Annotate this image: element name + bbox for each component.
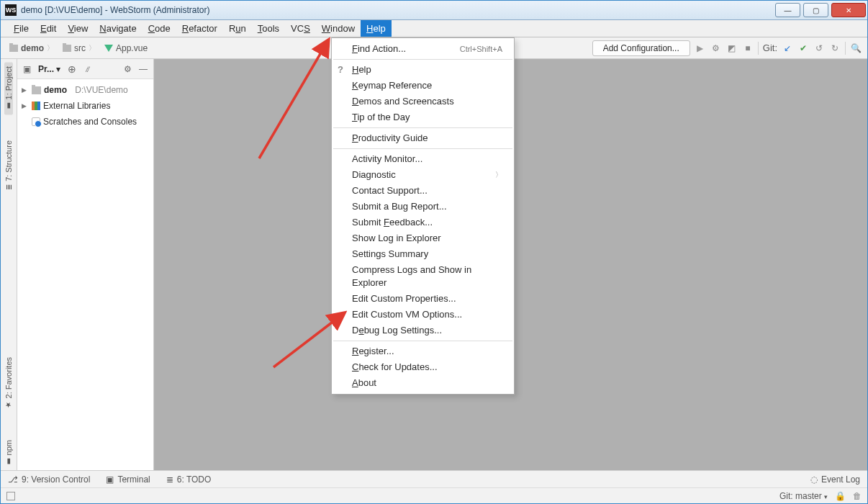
hide-button[interactable]: — (139, 64, 148, 74)
menu-run[interactable]: Run (223, 20, 252, 37)
folder-icon (63, 45, 71, 52)
question-icon: ? (338, 63, 343, 76)
panel-title[interactable]: Pr... ▾ (38, 64, 60, 74)
branch-icon: ⎇ (8, 474, 18, 485)
tree-root[interactable]: ▶ demo D:\VUE\demo (19, 82, 152, 98)
menu-activity-monitor[interactable]: Activity Monitor... (332, 151, 514, 167)
folder-icon (9, 45, 18, 52)
libraries-icon (32, 102, 40, 110)
chevron-right-icon: 〉 (495, 168, 502, 181)
menu-about[interactable]: About (332, 375, 514, 391)
menu-refactor[interactable]: Refactor (176, 20, 223, 37)
menu-tip-of-the-day[interactable]: Tip of the Day (332, 109, 514, 125)
menu-find-action[interactable]: Find Action... Ctrl+Shift+A (332, 41, 514, 57)
git-label: Git: (763, 42, 777, 53)
app-logo: WS (5, 4, 17, 16)
menu-help[interactable]: Help (361, 20, 392, 37)
status-git-branch[interactable]: Git: master ▾ (779, 491, 828, 501)
vue-file-icon (104, 45, 113, 52)
tool-tab-terminal[interactable]: ▣ Terminal (106, 474, 150, 485)
menu-file[interactable]: File (8, 20, 35, 37)
project-tree: ▶ demo D:\VUE\demo ▶ External Libraries … (17, 79, 153, 132)
menu-check-updates[interactable]: Check for Updates... (332, 359, 514, 375)
separator (333, 341, 512, 341)
separator (333, 127, 512, 128)
tool-tab-todo[interactable]: ≣ 6: TODO (166, 474, 212, 485)
run-button[interactable]: ▶ (695, 42, 706, 54)
star-icon: ★ (5, 402, 13, 410)
menu-submit-bug[interactable]: Submit a Bug Report... (332, 199, 514, 215)
tool-tab-structure[interactable]: ≣ 7: Structure (4, 136, 13, 194)
terminal-icon: ▣ (106, 474, 114, 485)
folder-icon: ▣ (23, 64, 31, 74)
git-history-button[interactable]: ↺ (813, 42, 825, 54)
run-coverage-button[interactable]: ◩ (726, 42, 738, 54)
menu-edit-custom-vm-options[interactable]: Edit Custom VM Options... (332, 307, 514, 323)
help-dropdown: Find Action... Ctrl+Shift+A ? Help Keyma… (331, 37, 515, 395)
menu-diagnostic[interactable]: Diagnostic〉 (332, 167, 514, 183)
maximize-button[interactable]: ▢ (803, 3, 828, 17)
app-window: WS demo [D:\VUE\demo] - WebStorm (Admini… (0, 0, 868, 504)
trash-icon[interactable]: 🗑 (853, 491, 862, 501)
stop-button[interactable]: ■ (742, 42, 754, 54)
menu-navigate[interactable]: Navigate (94, 20, 142, 37)
structure-icon: ≣ (5, 184, 13, 190)
separator (333, 59, 512, 60)
separator (333, 148, 512, 149)
tool-tab-version-control[interactable]: ⎇ 9: Version Control (8, 474, 90, 485)
menu-debug-log-settings[interactable]: Debug Log Settings... (332, 323, 514, 338)
scratches-icon (32, 117, 40, 126)
tool-tab-event-log[interactable]: ◌ Event Log (810, 474, 860, 485)
separator (758, 42, 759, 55)
menu-view[interactable]: View (62, 20, 94, 37)
menu-tools[interactable]: Tools (252, 20, 285, 37)
close-button[interactable]: ✕ (831, 3, 866, 17)
npm-icon: ▮ (5, 458, 13, 466)
menu-keymap-reference[interactable]: Keymap Reference (332, 78, 514, 94)
git-update-button[interactable]: ↙ (782, 42, 793, 54)
menu-vcs[interactable]: VCS (285, 20, 316, 37)
project-panel: ▣ Pr... ▾ — ▶ demo D:\VUE\demo ▶ E (17, 59, 154, 470)
menu-show-log[interactable]: Show Log in Explorer (332, 230, 514, 246)
menu-window[interactable]: Window (316, 20, 361, 37)
menu-submit-feedback[interactable]: Submit Feedback... (332, 215, 514, 230)
tree-scratches[interactable]: Scratches and Consoles (19, 114, 152, 130)
menu-edit-custom-properties[interactable]: Edit Custom Properties... (332, 291, 514, 307)
menubar: File Edit View Navigate Code Refactor Ru… (1, 20, 867, 37)
menu-code[interactable]: Code (143, 20, 176, 37)
breadcrumb-src[interactable]: src〉 (60, 42, 99, 55)
lock-icon[interactable]: 🔒 (835, 491, 846, 501)
menu-edit[interactable]: Edit (35, 20, 62, 37)
search-everywhere-button[interactable]: 🔍 (850, 42, 862, 54)
breadcrumb-appvue[interactable]: App.vue (101, 42, 150, 55)
folder-icon: ▮ (5, 102, 13, 110)
target-icon[interactable] (68, 63, 76, 75)
menu-productivity-guide[interactable]: Productivity Guide (332, 130, 514, 146)
tool-tab-project[interactable]: ▮ 1: Project (4, 62, 13, 114)
separator (845, 42, 846, 55)
tool-windows-toggle[interactable] (6, 492, 15, 500)
minimize-button[interactable]: — (775, 3, 800, 17)
menu-compress-logs[interactable]: Compress Logs and Show in Explorer (332, 262, 514, 291)
menu-settings-summary[interactable]: Settings Summary (332, 246, 514, 262)
tool-tab-favorites[interactable]: ★ 2: Favorites (4, 353, 13, 413)
add-configuration-button[interactable]: Add Configuration... (592, 40, 690, 56)
menu-contact-support[interactable]: Contact Support... (332, 183, 514, 199)
list-icon: ≣ (166, 474, 173, 485)
expand-icon[interactable] (83, 64, 92, 74)
debug-button[interactable]: ⚙ (710, 42, 722, 54)
folder-icon (32, 86, 41, 94)
titlebar: WS demo [D:\VUE\demo] - WebStorm (Admini… (1, 1, 867, 20)
menu-register[interactable]: Register... (332, 343, 514, 359)
menu-help-topics[interactable]: ? Help (332, 62, 514, 78)
git-revert-button[interactable]: ↻ (829, 42, 841, 54)
tool-tab-npm[interactable]: ▮ npm (4, 436, 13, 470)
git-commit-button[interactable]: ✔ (797, 42, 809, 54)
statusbar: Git: master ▾ 🔒 🗑 (1, 487, 867, 503)
breadcrumb-demo[interactable]: demo〉 (6, 42, 57, 55)
gear-icon[interactable] (124, 64, 132, 74)
tree-external-libraries[interactable]: ▶ External Libraries (19, 98, 152, 114)
menu-demos[interactable]: Demos and Screencasts (332, 94, 514, 109)
balloon-icon: ◌ (810, 474, 818, 485)
bottom-tool-stripe: ⎇ 9: Version Control ▣ Terminal ≣ 6: TOD… (1, 470, 867, 487)
